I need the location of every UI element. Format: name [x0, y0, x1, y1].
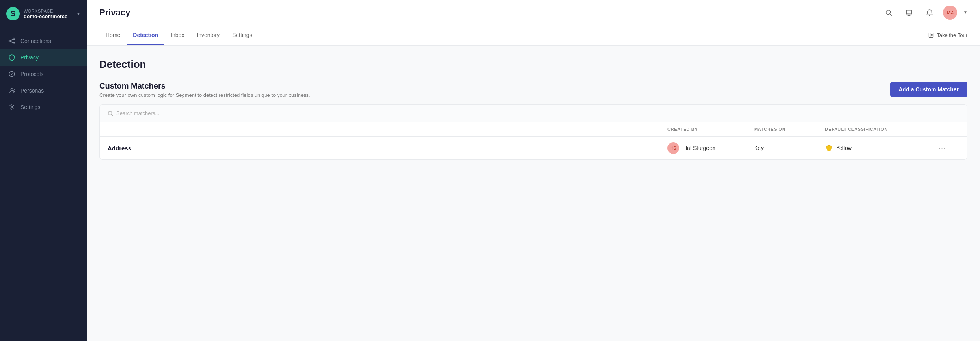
sidebar: S Workspace demo-ecommerce ▼ Connections: [0, 0, 87, 341]
page-title: Privacy: [99, 7, 875, 18]
sidebar-logo: S: [6, 7, 20, 20]
search-matchers-input[interactable]: [116, 110, 219, 116]
svg-point-2: [13, 42, 15, 44]
take-the-tour-button[interactable]: Take the Tour: [928, 32, 967, 39]
svg-line-13: [112, 114, 113, 116]
table-header-row: CREATED BY MATCHES ON DEFAULT CLASSIFICA…: [100, 122, 967, 137]
table-row: Address HS Hal Sturgeon Key: [100, 137, 967, 159]
matchers-table: CREATED BY MATCHES ON DEFAULT CLASSIFICA…: [99, 104, 967, 160]
svg-line-10: [890, 14, 891, 15]
table-search-icon: [108, 111, 113, 116]
col-header-created-by: CREATED BY: [667, 125, 754, 133]
svg-point-7: [13, 89, 15, 91]
col-header-classification: DEFAULT CLASSIFICATION: [825, 125, 935, 133]
sidebar-item-connections-label: Connections: [20, 38, 51, 44]
svg-point-6: [11, 89, 13, 91]
sidebar-item-settings-label: Settings: [20, 104, 41, 110]
matcher-name: Address: [108, 145, 667, 152]
sidebar-item-settings[interactable]: Settings: [0, 99, 87, 115]
messages-button[interactable]: [902, 6, 916, 20]
classification-shield-icon: [825, 144, 833, 152]
svg-point-0: [9, 40, 11, 42]
table-search-row: [100, 105, 967, 122]
custom-matchers-header-left: Custom Matchers Create your own custom l…: [99, 82, 310, 98]
svg-line-3: [11, 39, 13, 41]
topbar: Privacy: [87, 0, 980, 25]
sidebar-item-connections[interactable]: Connections: [0, 33, 87, 49]
row-more-button[interactable]: ···: [935, 143, 949, 154]
workspace-name: demo-ecommerce: [24, 13, 67, 19]
sidebar-item-privacy[interactable]: Privacy: [0, 49, 87, 66]
user-avatar-button[interactable]: MZ: [943, 6, 957, 20]
custom-matchers-description: Create your own custom logic for Segment…: [99, 92, 310, 98]
matcher-creator: HS Hal Sturgeon: [667, 142, 754, 154]
search-icon: [885, 9, 892, 16]
sidebar-item-privacy-label: Privacy: [20, 54, 39, 61]
user-dropdown-icon[interactable]: ▼: [963, 10, 967, 15]
tab-settings[interactable]: Settings: [226, 25, 259, 45]
protocols-icon: [8, 70, 16, 78]
col-header-matches-on: MATCHES ON: [754, 125, 825, 133]
svg-line-4: [11, 41, 13, 43]
tab-home[interactable]: Home: [99, 25, 127, 45]
bell-icon: [926, 9, 933, 16]
custom-matchers-section-header: Custom Matchers Create your own custom l…: [99, 82, 967, 98]
workspace-dropdown-icon[interactable]: ▼: [76, 12, 80, 16]
svg-point-1: [13, 38, 15, 40]
creator-name: Hal Sturgeon: [683, 145, 715, 151]
svg-point-8: [11, 106, 13, 108]
classification-label: Yellow: [836, 145, 852, 151]
add-custom-matcher-button[interactable]: Add a Custom Matcher: [890, 82, 967, 97]
custom-matchers-title: Custom Matchers: [99, 82, 310, 91]
col-header-name: [108, 125, 667, 133]
sidebar-item-protocols[interactable]: Protocols: [0, 66, 87, 82]
creator-cell: HS Hal Sturgeon: [667, 142, 754, 154]
search-button[interactable]: [881, 6, 896, 20]
matcher-actions: ···: [935, 143, 959, 154]
sidebar-nav: Connections Privacy Protocols: [0, 28, 87, 341]
subnav-right: Take the Tour: [928, 32, 967, 39]
tour-book-icon: [928, 32, 934, 39]
topbar-actions: MZ ▼: [881, 6, 967, 20]
subnav: Home Detection Inbox Inventory Settings …: [87, 25, 980, 46]
sidebar-item-personas[interactable]: Personas: [0, 82, 87, 99]
workspace-label: Workspace: [24, 9, 67, 13]
tab-inbox[interactable]: Inbox: [164, 25, 190, 45]
tab-detection[interactable]: Detection: [127, 25, 164, 45]
workspace-info: Workspace demo-ecommerce: [24, 9, 67, 19]
content-area: Detection Custom Matchers Create your ow…: [87, 46, 980, 341]
main-content: Privacy: [87, 0, 980, 341]
matcher-matches-on: Key: [754, 145, 825, 151]
col-header-actions: [935, 125, 959, 133]
privacy-icon: [8, 54, 16, 61]
notifications-button[interactable]: [922, 6, 937, 20]
creator-avatar: HS: [667, 142, 679, 154]
tab-inventory[interactable]: Inventory: [190, 25, 226, 45]
sidebar-item-protocols-label: Protocols: [20, 71, 43, 77]
classification-cell: Yellow: [825, 144, 935, 152]
settings-icon: [8, 103, 16, 111]
sidebar-item-personas-label: Personas: [20, 87, 44, 94]
detection-heading: Detection: [99, 58, 967, 70]
personas-icon: [8, 87, 16, 95]
matcher-classification: Yellow: [825, 144, 935, 152]
messages-icon: [905, 9, 913, 16]
sidebar-header[interactable]: S Workspace demo-ecommerce ▼: [0, 0, 87, 28]
connections-icon: [8, 37, 16, 45]
